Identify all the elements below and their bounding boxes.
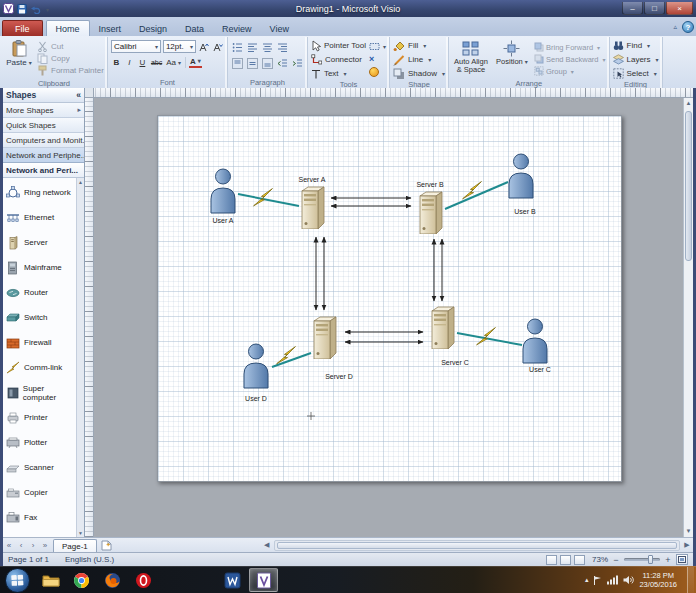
view-pan-zoom-button[interactable] bbox=[574, 555, 585, 565]
zoom-in-button[interactable]: + bbox=[663, 554, 673, 565]
rectangle-tool-button[interactable] bbox=[369, 40, 386, 52]
position-button[interactable]: Position bbox=[493, 39, 531, 79]
italic-button[interactable]: I bbox=[124, 56, 135, 68]
find-button[interactable]: Find bbox=[613, 39, 659, 52]
stencil-item-firewall[interactable]: Firewall bbox=[6, 330, 75, 355]
scroll-left-arrow[interactable]: ◀ bbox=[261, 541, 273, 549]
pointer-tool-button[interactable]: Pointer Tool bbox=[311, 39, 366, 52]
server-b-shape[interactable] bbox=[420, 192, 442, 234]
zoom-slider-thumb[interactable] bbox=[648, 555, 653, 564]
comm-link-user-d[interactable] bbox=[272, 353, 311, 367]
paste-button[interactable]: Paste bbox=[4, 38, 34, 79]
shrink-font-button[interactable] bbox=[212, 41, 224, 53]
collapse-panel-icon[interactable]: « bbox=[76, 90, 81, 100]
taskbar-opera-icon[interactable] bbox=[129, 568, 158, 592]
qat-dropdown-icon[interactable] bbox=[44, 4, 49, 14]
insert-page-button[interactable] bbox=[101, 540, 113, 551]
computers-monitors-section[interactable]: Computers and Monit... bbox=[3, 133, 84, 148]
server-d-shape[interactable] bbox=[314, 317, 336, 359]
select-button[interactable]: Select bbox=[613, 67, 659, 80]
align-left-button[interactable] bbox=[246, 41, 259, 54]
user-c-shape[interactable] bbox=[523, 319, 547, 363]
increase-indent-button[interactable] bbox=[291, 57, 304, 70]
taskbar-visio-icon[interactable] bbox=[249, 568, 278, 592]
font-size-combo[interactable]: 12pt. bbox=[163, 40, 196, 53]
drawing-canvas[interactable]: User A User B User C User D Server A Ser… bbox=[94, 98, 683, 537]
comm-link-user-a[interactable] bbox=[238, 194, 299, 206]
quick-shapes-section[interactable]: Quick Shapes bbox=[3, 118, 84, 133]
font-family-combo[interactable]: Calibri bbox=[111, 40, 161, 53]
stencil-item-switch[interactable]: Switch bbox=[6, 305, 75, 330]
stencil-scrollbar[interactable] bbox=[76, 178, 84, 537]
stencil-item-copier[interactable]: Copier bbox=[6, 480, 75, 505]
scroll-down-icon[interactable] bbox=[78, 530, 83, 536]
stencil-item-fax[interactable]: Fax bbox=[6, 505, 75, 530]
connection-point-tool-button[interactable]: × bbox=[369, 53, 386, 65]
stencil-item-comm-link[interactable]: Comm-link bbox=[6, 355, 75, 380]
group-button[interactable]: Group bbox=[534, 65, 606, 77]
grow-font-button[interactable] bbox=[198, 41, 210, 53]
next-page-button[interactable]: › bbox=[27, 541, 39, 550]
taskbar-explorer-icon[interactable] bbox=[36, 568, 65, 592]
decrease-indent-button[interactable] bbox=[276, 57, 289, 70]
minimize-ribbon-icon[interactable] bbox=[673, 23, 677, 31]
taskbar-chrome-icon[interactable] bbox=[67, 568, 96, 592]
zoom-out-button[interactable]: − bbox=[611, 554, 621, 565]
tab-design[interactable]: Design bbox=[130, 21, 176, 36]
align-bottom-button[interactable] bbox=[261, 57, 274, 70]
help-icon[interactable]: ? bbox=[682, 21, 694, 33]
drawing-page[interactable]: User A User B User C User D Server A Ser… bbox=[157, 115, 622, 482]
volume-icon[interactable] bbox=[623, 575, 634, 585]
font-color-button[interactable]: A bbox=[189, 56, 202, 68]
fill-button[interactable]: Fill bbox=[393, 39, 445, 52]
connector-tool-button[interactable]: Connector bbox=[311, 53, 366, 66]
change-case-button[interactable]: Aa bbox=[165, 56, 182, 68]
stencil-item-scanner[interactable]: Scanner bbox=[6, 455, 75, 480]
stencil-item-ethernet[interactable]: Ethernet bbox=[6, 205, 75, 230]
strikethrough-button[interactable]: abc bbox=[150, 56, 163, 68]
align-center-button[interactable] bbox=[261, 41, 274, 54]
scroll-up-arrow[interactable] bbox=[684, 98, 693, 109]
minimize-button[interactable]: – bbox=[622, 2, 643, 15]
scroll-right-arrow[interactable]: ▶ bbox=[681, 541, 693, 549]
scroll-up-icon[interactable] bbox=[78, 179, 83, 185]
comm-link-bolt-b[interactable] bbox=[463, 182, 482, 199]
server-a-shape[interactable] bbox=[302, 187, 324, 229]
bring-forward-button[interactable]: Bring Forward bbox=[534, 41, 606, 53]
user-d-shape[interactable] bbox=[244, 344, 268, 388]
stencil-item-router[interactable]: Router bbox=[6, 280, 75, 305]
close-button[interactable]: × bbox=[666, 2, 693, 15]
network-icon[interactable] bbox=[607, 575, 618, 585]
horizontal-scrollbar[interactable]: ◀ ▶ bbox=[261, 538, 693, 552]
tab-insert[interactable]: Insert bbox=[90, 21, 131, 36]
cut-button[interactable]: Cut bbox=[37, 40, 104, 52]
send-backward-button[interactable]: Send Backward bbox=[534, 53, 606, 65]
tab-file[interactable]: File bbox=[2, 20, 43, 36]
stencil-item-mainframe[interactable]: Mainframe bbox=[6, 255, 75, 280]
stencil-item-super-computer[interactable]: Super computer bbox=[6, 380, 75, 405]
taskbar-firefox-icon[interactable] bbox=[98, 568, 127, 592]
format-painter-button[interactable]: Format Painter bbox=[37, 64, 104, 76]
align-top-button[interactable] bbox=[231, 57, 244, 70]
text-tool-button[interactable]: Text bbox=[311, 67, 366, 80]
zoom-level[interactable]: 73% bbox=[588, 555, 608, 564]
visio-app-icon[interactable] bbox=[3, 3, 14, 14]
previous-page-button[interactable]: ‹ bbox=[15, 541, 27, 550]
tray-expand-icon[interactable] bbox=[585, 576, 589, 584]
last-page-button[interactable]: » bbox=[39, 541, 51, 550]
line-button[interactable]: Line bbox=[393, 53, 445, 66]
start-button[interactable] bbox=[5, 568, 30, 593]
user-b-shape[interactable] bbox=[509, 154, 533, 198]
tab-review[interactable]: Review bbox=[213, 21, 261, 36]
layers-button[interactable]: Layers bbox=[613, 53, 659, 66]
bold-button[interactable]: B bbox=[111, 56, 122, 68]
taskbar-word-icon[interactable] bbox=[218, 568, 247, 592]
undo-icon[interactable] bbox=[30, 4, 41, 14]
stencil-item-server[interactable]: Server bbox=[6, 230, 75, 255]
taskbar-clock[interactable]: 11:28 PM 23/05/2016 bbox=[639, 571, 677, 589]
show-desktop-button[interactable] bbox=[687, 567, 694, 593]
tab-data[interactable]: Data bbox=[176, 21, 213, 36]
vertical-scrollbar[interactable] bbox=[683, 98, 693, 537]
scroll-down-arrow[interactable] bbox=[684, 526, 693, 537]
stencil-item-ring-network[interactable]: Ring network bbox=[6, 180, 75, 205]
